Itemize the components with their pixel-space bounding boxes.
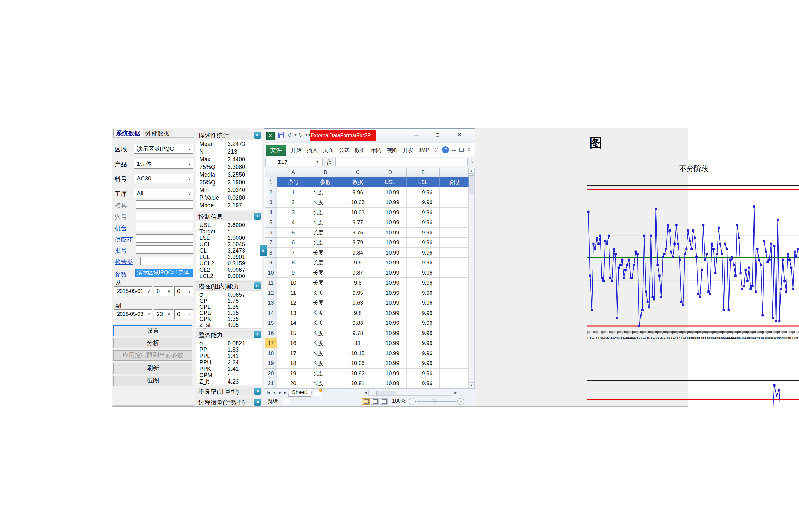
ribbon-tab-8[interactable]: 开发	[400, 146, 416, 155]
data-point-marker[interactable]	[643, 235, 645, 237]
data-point-marker[interactable]	[596, 237, 598, 240]
vscroll-thumb[interactable]	[469, 175, 474, 194]
grid-cell[interactable]: 长度	[309, 288, 342, 298]
grid-cell[interactable]	[440, 197, 469, 208]
minimize-button[interactable]: —	[410, 131, 423, 140]
vscroll-down-icon[interactable]: ▼	[469, 382, 475, 388]
data-point-marker[interactable]	[684, 253, 686, 255]
data-point-marker[interactable]	[606, 243, 608, 245]
row-header-20[interactable]: 20	[265, 368, 277, 379]
data-point-marker[interactable]	[758, 259, 760, 261]
data-point-marker[interactable]	[650, 235, 652, 237]
grid-cell[interactable]	[440, 217, 469, 228]
grid-cell[interactable]: 10.06	[342, 358, 374, 368]
data-point-marker[interactable]	[607, 235, 610, 237]
data-point-marker[interactable]	[644, 290, 647, 292]
data-point-marker[interactable]	[677, 243, 679, 245]
data-point-marker[interactable]	[697, 293, 699, 296]
grid-cell[interactable]: 长度	[309, 378, 342, 388]
grid-cell[interactable]	[440, 348, 469, 359]
grid-cell[interactable]: 9.96	[406, 318, 440, 328]
field-select-1[interactable]: 演示区域IPQC∨	[134, 144, 193, 154]
row-header-15[interactable]: 15	[265, 318, 277, 328]
grid-cell[interactable]	[440, 268, 469, 278]
data-point-marker[interactable]	[692, 229, 694, 231]
row-header-14[interactable]: 14	[265, 308, 277, 318]
grid-cell[interactable]: 9.96	[406, 197, 440, 208]
field-label-7[interactable]: 机台	[115, 224, 134, 232]
grid-cell[interactable]: 9.96	[406, 248, 440, 258]
ribbon-tab-1[interactable]: 开始	[289, 146, 304, 155]
hscroll-left-icon[interactable]: ◀	[363, 390, 368, 396]
first-sheet-icon[interactable]: |◀	[266, 390, 271, 396]
redo-icon[interactable]: ↻	[298, 132, 303, 138]
field-label-10[interactable]: 检验类	[115, 258, 134, 266]
ribbon-tab-4[interactable]: 公式	[337, 146, 352, 155]
grid-cell[interactable]: 10.99	[374, 187, 406, 198]
data-point-marker[interactable]	[673, 243, 676, 245]
data-point-marker[interactable]	[591, 309, 593, 311]
last-sheet-icon[interactable]: ▶|	[283, 390, 289, 396]
grid-cell[interactable]: 12	[277, 298, 309, 308]
grid-cell[interactable]: 10	[277, 278, 309, 288]
grid-cell[interactable]	[440, 318, 469, 328]
data-point-marker[interactable]	[614, 253, 617, 255]
data-point-marker[interactable]	[778, 320, 780, 322]
data-point-marker[interactable]	[728, 309, 730, 311]
grid-cell[interactable]: 9.96	[406, 238, 440, 248]
data-point-marker[interactable]	[599, 235, 601, 237]
data-point-marker[interactable]	[731, 256, 733, 258]
data-point-marker[interactable]	[641, 309, 644, 311]
from-date-select[interactable]: 2018-05-01∨	[114, 286, 152, 296]
data-point-marker[interactable]	[592, 243, 595, 245]
expand-icon[interactable]: «	[254, 399, 261, 405]
heart-icon[interactable]: ♡	[433, 147, 438, 153]
grid-cell[interactable]: 长度	[309, 238, 342, 248]
data-point-marker[interactable]	[648, 306, 650, 308]
action-button-2[interactable]: 分析	[113, 338, 193, 348]
data-point-marker[interactable]	[664, 253, 666, 255]
data-point-marker[interactable]	[616, 317, 618, 319]
data-point-marker[interactable]	[757, 248, 759, 250]
data-point-marker[interactable]	[745, 269, 747, 271]
grid-cell[interactable]	[440, 368, 469, 379]
data-point-marker[interactable]	[633, 264, 635, 266]
row-header-5[interactable]: 5	[265, 217, 277, 228]
grid-cell[interactable]: 19	[277, 368, 309, 379]
maximize-button[interactable]: □	[431, 131, 444, 140]
data-point-marker[interactable]	[746, 280, 748, 282]
data-point-marker[interactable]	[626, 264, 628, 266]
grid-cell[interactable]: 9.79	[342, 238, 374, 248]
data-point-marker[interactable]	[672, 256, 674, 258]
grid-cell[interactable]	[440, 378, 469, 388]
save-icon[interactable]	[278, 132, 284, 138]
grid-cell[interactable]: LSL	[406, 177, 440, 187]
grid-cell[interactable]: 10.99	[374, 197, 406, 208]
data-point-marker[interactable]	[761, 314, 764, 317]
data-point-marker[interactable]	[768, 259, 770, 261]
ribbon-tab-7[interactable]: 视图	[384, 146, 400, 155]
data-point-marker[interactable]	[734, 274, 737, 277]
grid-cell[interactable]	[440, 298, 469, 308]
row-header-19[interactable]: 19	[265, 358, 277, 368]
row-header-18[interactable]: 18	[265, 348, 277, 359]
grid-cell[interactable]: 长度	[309, 348, 342, 359]
panel-collapse-button[interactable]: «	[259, 245, 267, 256]
data-point-marker[interactable]	[604, 240, 606, 242]
ribbon-tab-2[interactable]: 插入	[305, 146, 320, 155]
data-point-marker[interactable]	[707, 290, 709, 292]
param-listbox[interactable]: 演示区域IPQC>1壳体	[135, 269, 194, 277]
data-point-marker[interactable]	[718, 227, 720, 229]
grid-cell[interactable]: 长度	[309, 308, 342, 318]
data-point-marker[interactable]	[668, 229, 671, 231]
grid-cell[interactable]: 9.78	[342, 328, 374, 339]
close-button[interactable]: ✕	[452, 131, 466, 140]
collapse-icon[interactable]: «	[254, 213, 261, 220]
column-header-A[interactable]: A	[277, 168, 309, 177]
grid-cell[interactable]: 长度	[309, 217, 342, 228]
grid-cell[interactable]: 9.96	[406, 228, 440, 238]
row-header-4[interactable]: 4	[265, 208, 277, 218]
grid-cell[interactable]: 10.99	[374, 208, 406, 218]
grid-cell[interactable]: 9.84	[342, 248, 374, 258]
from-hour-select[interactable]: 0∨	[154, 286, 173, 296]
